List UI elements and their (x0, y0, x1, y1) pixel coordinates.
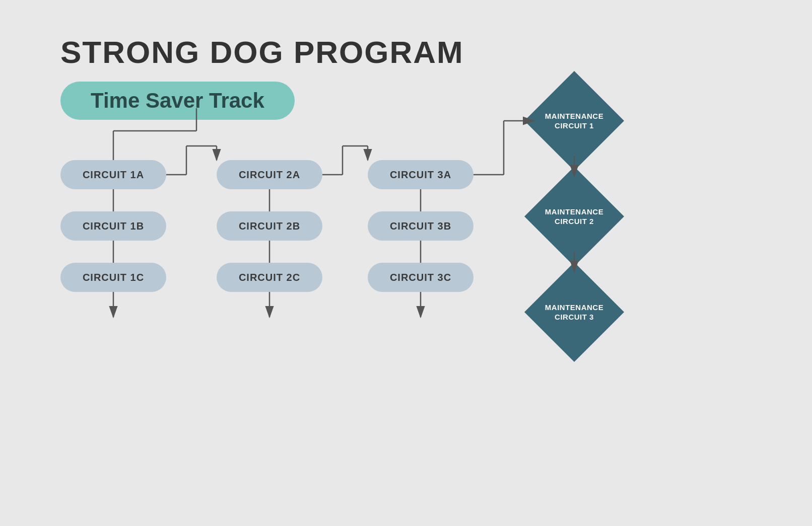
track-badge: Time Saver Track (60, 82, 295, 120)
circuit-1c-pill: CIRCUIT 1C (60, 263, 166, 292)
maintenance-1-label: MAINTENANCE CIRCUIT 1 (545, 111, 603, 131)
maintenance-circuit-2: MAINTENANCE CIRCUIT 2 (534, 176, 615, 257)
maintenance-circuit-1: MAINTENANCE CIRCUIT 1 (534, 81, 615, 161)
circuit-2b-pill: CIRCUIT 2B (217, 211, 322, 241)
maintenance-2-label: MAINTENANCE CIRCUIT 2 (545, 207, 603, 227)
circuit-3c-pill: CIRCUIT 3C (368, 263, 473, 292)
main-title: STRONG DOG PROGRAM (60, 34, 464, 70)
circuit-1a-pill: CIRCUIT 1A (60, 160, 166, 189)
circuit-1b-pill: CIRCUIT 1B (60, 211, 166, 241)
page: STRONG DOG PROGRAM Time Saver Track CIRC… (0, 0, 812, 526)
maintenance-3-label: MAINTENANCE CIRCUIT 3 (545, 303, 603, 322)
circuit-3b-pill: CIRCUIT 3B (368, 211, 473, 241)
circuit-2c-pill: CIRCUIT 2C (217, 263, 322, 292)
maintenance-circuit-3: MAINTENANCE CIRCUIT 3 (534, 272, 615, 352)
circuit-3a-pill: CIRCUIT 3A (368, 160, 473, 189)
circuit-2a-pill: CIRCUIT 2A (217, 160, 322, 189)
